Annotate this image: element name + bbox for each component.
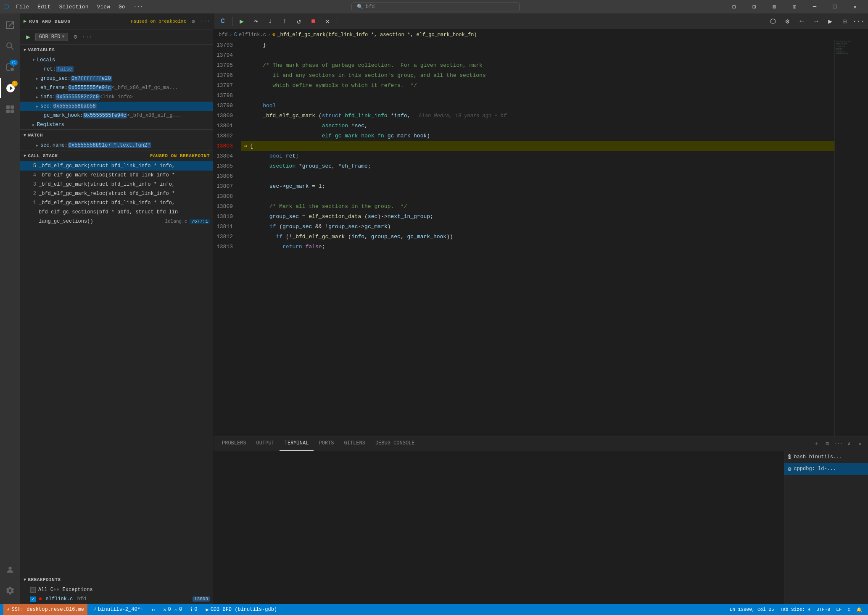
add-terminal-btn[interactable]: + <box>812 439 821 449</box>
disconnect-btn[interactable]: ✕ <box>322 16 333 27</box>
tab-problems[interactable]: PROBLEMS <box>217 436 251 451</box>
lang-c-btn[interactable]: C <box>217 16 229 27</box>
tab-ports[interactable]: PORTS <box>314 436 339 451</box>
activity-extensions[interactable] <box>0 99 20 119</box>
status-encoding[interactable]: UTF-8 <box>814 604 833 615</box>
step-out-btn[interactable]: ↑ <box>279 16 290 27</box>
status-ssh[interactable]: ⚡ SSH: desktop.reset816.me <box>3 604 87 615</box>
watch-sec-name[interactable]: ▶ sec.name: 0x5555558b91e7 ".text.fun2" <box>20 141 213 150</box>
editor-settings-btn[interactable]: ⚙ <box>781 16 793 27</box>
activity-run-debug[interactable]: 1 <box>0 78 20 98</box>
minimize-button[interactable]: ─ <box>805 0 824 13</box>
code-content[interactable]: } /* The mark phase of garbage collectio… <box>238 40 834 436</box>
menu-more[interactable]: ··· <box>130 3 146 11</box>
callstack-frame-gc-sections[interactable]: bfd_elf_gc_sections(bfd * abfd, struct b… <box>20 208 213 217</box>
menu-selection[interactable]: Selection <box>55 3 92 11</box>
activity-settings[interactable] <box>0 581 20 601</box>
status-branch[interactable]: ⑂ binutils-2_40*+ <box>91 604 146 615</box>
bp-all-exceptions[interactable]: All C++ Exceptions <box>20 585 213 594</box>
status-sync[interactable]: ↻ <box>149 604 157 615</box>
layout-toggle[interactable]: ⊞ <box>785 0 804 13</box>
var-gc-hook[interactable]: gc_mark_hook: 0x5555555fe94c <_bfd_x86_e… <box>20 111 213 120</box>
debug-more-btn2[interactable]: ··· <box>82 32 92 42</box>
registers-group[interactable]: ▶ Registers <box>20 120 213 129</box>
status-errors[interactable]: ✕ 0 ⚠ 0 <box>161 604 185 615</box>
split-editor-btn[interactable]: ⊟ <box>839 16 850 27</box>
breakpoints-header[interactable]: ▼ BREAKPOINTS <box>20 574 213 585</box>
activity-explorer[interactable] <box>0 15 20 35</box>
menu-edit[interactable]: Edit <box>34 3 54 11</box>
tab-debug-console[interactable]: DEBUG CONSOLE <box>370 436 420 451</box>
bp-elflink-checkbox[interactable]: ✓ <box>30 597 36 602</box>
panel-toggle[interactable]: ⊠ <box>765 0 784 13</box>
callstack-frame-4[interactable]: 4 _bfd_elf_gc_mark_reloc(struct bfd_link… <box>20 171 213 180</box>
restart-btn[interactable]: ↺ <box>293 16 305 27</box>
status-info[interactable]: ℹ 0 <box>188 604 200 615</box>
bp-elflink[interactable]: ✓ ● elflink.c bfd 13803 <box>20 594 213 604</box>
status-notifications[interactable]: 🔔 <box>854 604 865 615</box>
status-line-ending[interactable]: LF <box>834 604 844 615</box>
window-controls: ⊟ ⊡ ⊠ ⊞ ─ □ ✕ <box>724 0 865 13</box>
status-tab-size[interactable]: Tab Size: 4 <box>778 604 813 615</box>
sidebar-toggle[interactable]: ⊡ <box>744 0 764 13</box>
watch-section: ▼ WATCH ▶ sec.name: 0x5555558b91e7 ".tex… <box>20 130 213 150</box>
debug-settings-btn2[interactable]: ⚙ <box>71 32 80 42</box>
var-sec[interactable]: ▶ sec: 0x5555558bab58 <box>20 102 213 111</box>
var-info[interactable]: ▶ info: 0x55555582c2c0 <link_info> <box>20 92 213 102</box>
locals-group[interactable]: ▼ Locals <box>20 55 213 65</box>
nav-back-btn[interactable]: ← <box>796 16 807 27</box>
breadcrumb-fn[interactable]: _bfd_elf_gc_mark(bfd_link_info *, asecti… <box>277 32 477 38</box>
breadcrumb: bfd › C elflink.c › ⊕ _bfd_elf_gc_mark(b… <box>214 29 868 40</box>
watch-header[interactable]: ▼ WATCH <box>20 130 213 141</box>
menu-go[interactable]: Go <box>115 3 129 11</box>
callstack-frame-lang[interactable]: lang_gc_sections() ldlang.c 7677:1 <box>20 217 213 226</box>
breadcrumb-file[interactable]: elflink.c <box>239 32 266 38</box>
move-right-btn[interactable]: ⬡ <box>767 16 779 27</box>
continue-btn[interactable]: ▶ <box>236 16 248 27</box>
var-group-sec[interactable]: ▶ group_sec: 0x7fffffffe20 <box>20 74 213 83</box>
layout-icon[interactable]: ⊟ <box>724 0 744 13</box>
activity-account[interactable] <box>0 560 20 580</box>
activity-source-control[interactable]: 71 <box>0 57 20 77</box>
terminal-bash[interactable]: $ bash binutils... <box>784 451 868 463</box>
nav-forward-btn[interactable]: → <box>810 16 822 27</box>
tab-gitlens[interactable]: GITLENS <box>339 436 370 451</box>
callstack-frame-1[interactable]: 1 _bfd_elf_gc_mark(struct bfd_link_info … <box>20 198 213 208</box>
variables-header[interactable]: ▼ VARIABLES <box>20 45 213 55</box>
stop-btn[interactable]: ■ <box>307 16 319 27</box>
run-btn[interactable]: ▶ <box>24 32 33 42</box>
callstack-frame-5[interactable]: 5 _bfd_elf_gc_mark(struct bfd_link_info … <box>20 161 213 171</box>
title-search[interactable]: 🔍 bfd <box>351 3 520 11</box>
step-over-btn[interactable]: ↷ <box>250 16 262 27</box>
status-language[interactable]: C <box>845 604 853 615</box>
activity-search[interactable] <box>0 36 20 56</box>
terminal-more-btn[interactable]: ··· <box>834 439 843 449</box>
debug-config-selector[interactable]: GDB BFD ▼ <box>35 33 68 41</box>
maximize-button[interactable]: □ <box>825 0 844 13</box>
terminal-content[interactable] <box>214 451 784 604</box>
breadcrumb-bfd[interactable]: bfd <box>219 32 228 38</box>
status-debug-mode[interactable]: ▶ GDB BFD (binutils-gdb) <box>203 604 280 615</box>
status-position[interactable]: Ln 13800, Col 25 <box>727 604 777 615</box>
menu-file[interactable]: File <box>13 3 32 11</box>
callstack-frame-3[interactable]: 3 _bfd_elf_gc_mark(struct bfd_link_info … <box>20 180 213 189</box>
step-into-btn[interactable]: ↓ <box>264 16 276 27</box>
tab-terminal[interactable]: TERMINAL <box>280 436 314 451</box>
terminal-layout-btn[interactable]: ⊟ <box>823 439 832 449</box>
callstack-header[interactable]: ▼ CALL STACK Paused on breakpoint <box>20 150 213 161</box>
var-eh-frame[interactable]: ▶ eh_frame: 0x5555555fe94c <_bfd_x86_elf… <box>20 83 213 92</box>
close-button[interactable]: ✕ <box>845 0 865 13</box>
run-btn2[interactable]: ▶ <box>824 16 836 27</box>
panel-up-btn[interactable]: ∧ <box>844 439 854 449</box>
tab-output[interactable]: OUTPUT <box>251 436 280 451</box>
terminal-cppdbg[interactable]: ⚙ cppdbg: ld-... <box>784 463 868 475</box>
more-btn[interactable]: ··· <box>853 16 865 27</box>
debug-settings-btn[interactable]: ⚙ <box>189 17 198 26</box>
git-blame-13800: Alan Modra, 19 years ago • bf <box>419 111 507 121</box>
debug-more-btn[interactable]: ··· <box>201 17 210 26</box>
panel-close-btn[interactable]: ✕ <box>855 439 865 449</box>
callstack-frame-2[interactable]: 2 _bfd_elf_gc_mark_reloc(struct bfd_link… <box>20 189 213 198</box>
var-ret[interactable]: ret: false <box>20 65 213 74</box>
bp-exceptions-checkbox[interactable] <box>30 587 36 593</box>
menu-view[interactable]: View <box>94 3 113 11</box>
